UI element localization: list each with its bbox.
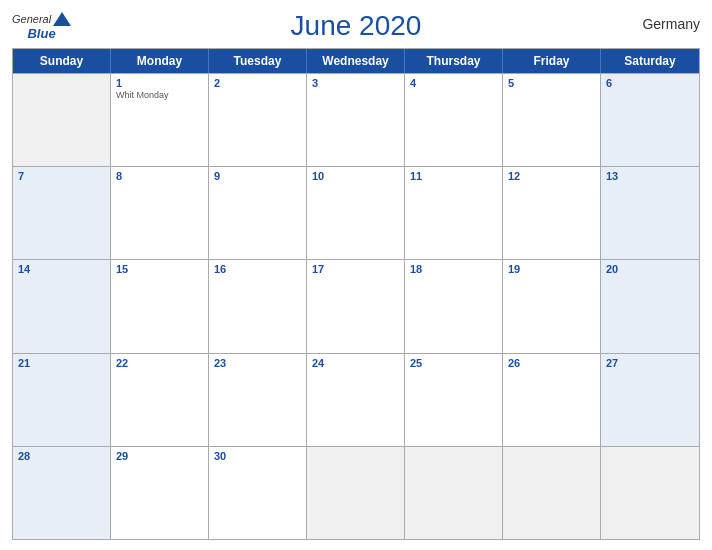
cell-w5-tue: 30 [209,447,307,539]
cell-w5-fri [503,447,601,539]
week-5: 28 29 30 [13,446,699,539]
week-3: 14 15 16 17 18 19 20 [13,259,699,352]
cell-w5-sun: 28 [13,447,111,539]
calendar-body: 1 Whit Monday 2 3 4 5 6 [13,73,699,539]
cell-w2-sat: 13 [601,167,699,259]
header-monday: Monday [111,49,209,73]
day-number: 27 [606,357,694,369]
day-number: 3 [312,77,399,89]
logo: General Blue [12,12,71,41]
day-number: 15 [116,263,203,275]
header-wednesday: Wednesday [307,49,405,73]
day-number: 26 [508,357,595,369]
day-number: 11 [410,170,497,182]
day-number: 20 [606,263,694,275]
day-number: 1 [116,77,203,89]
day-number: 17 [312,263,399,275]
cell-w1-tue: 2 [209,74,307,166]
day-number: 19 [508,263,595,275]
day-number: 9 [214,170,301,182]
day-number: 13 [606,170,694,182]
day-number: 23 [214,357,301,369]
cell-w4-mon: 22 [111,354,209,446]
country-label: Germany [642,16,700,32]
cell-w1-thu: 4 [405,74,503,166]
day-number: 8 [116,170,203,182]
cell-w3-fri: 19 [503,260,601,352]
day-number: 25 [410,357,497,369]
cell-w3-mon: 15 [111,260,209,352]
calendar: Sunday Monday Tuesday Wednesday Thursday… [12,48,700,540]
cell-w5-thu [405,447,503,539]
cell-w5-mon: 29 [111,447,209,539]
cell-w5-wed [307,447,405,539]
calendar-header-row: Sunday Monday Tuesday Wednesday Thursday… [13,49,699,73]
cell-w1-sun [13,74,111,166]
day-number: 4 [410,77,497,89]
cell-w2-thu: 11 [405,167,503,259]
day-number: 5 [508,77,595,89]
cell-w1-fri: 5 [503,74,601,166]
day-number: 21 [18,357,105,369]
day-number: 30 [214,450,301,462]
day-number: 2 [214,77,301,89]
cell-w2-tue: 9 [209,167,307,259]
day-number: 29 [116,450,203,462]
day-number: 7 [18,170,105,182]
day-number: 14 [18,263,105,275]
cell-w3-sun: 14 [13,260,111,352]
header-saturday: Saturday [601,49,699,73]
cell-w4-sat: 27 [601,354,699,446]
header: General Blue June 2020 Germany [12,10,700,42]
day-number: 10 [312,170,399,182]
cell-w4-sun: 21 [13,354,111,446]
cell-w3-sat: 20 [601,260,699,352]
day-number: 12 [508,170,595,182]
week-4: 21 22 23 24 25 26 27 [13,353,699,446]
header-sunday: Sunday [13,49,111,73]
page: General Blue June 2020 Germany Sunday Mo… [0,0,712,550]
cell-w2-sun: 7 [13,167,111,259]
cell-w2-mon: 8 [111,167,209,259]
cell-w4-fri: 26 [503,354,601,446]
cell-w3-tue: 16 [209,260,307,352]
cell-w4-tue: 23 [209,354,307,446]
cell-w2-wed: 10 [307,167,405,259]
cell-w1-wed: 3 [307,74,405,166]
cell-w3-wed: 17 [307,260,405,352]
header-friday: Friday [503,49,601,73]
svg-marker-0 [53,12,71,26]
header-thursday: Thursday [405,49,503,73]
logo-icon [53,12,71,26]
day-number: 6 [606,77,694,89]
logo-blue-text: Blue [27,26,55,41]
week-2: 7 8 9 10 11 12 13 [13,166,699,259]
cell-w1-sat: 6 [601,74,699,166]
day-event: Whit Monday [116,90,203,101]
day-number: 24 [312,357,399,369]
calendar-title: June 2020 [291,10,422,42]
day-number: 16 [214,263,301,275]
cell-w5-sat [601,447,699,539]
week-1: 1 Whit Monday 2 3 4 5 6 [13,73,699,166]
cell-w3-thu: 18 [405,260,503,352]
cell-w2-fri: 12 [503,167,601,259]
cell-w1-mon: 1 Whit Monday [111,74,209,166]
cell-w4-thu: 25 [405,354,503,446]
day-number: 22 [116,357,203,369]
cell-w4-wed: 24 [307,354,405,446]
day-number: 18 [410,263,497,275]
header-tuesday: Tuesday [209,49,307,73]
day-number: 28 [18,450,105,462]
logo-general-text: General [12,13,51,25]
